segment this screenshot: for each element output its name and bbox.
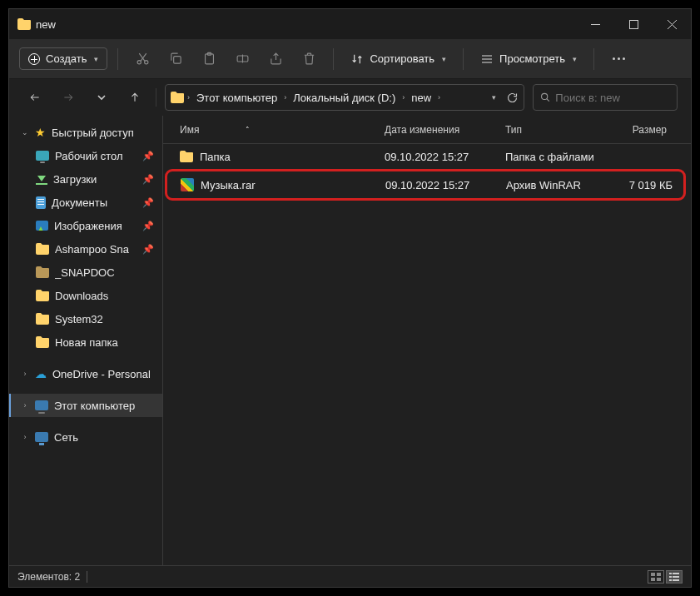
close-button[interactable]	[653, 9, 691, 39]
share-button[interactable]	[261, 45, 290, 73]
separator	[117, 48, 118, 70]
paste-button[interactable]	[195, 45, 223, 73]
file-date: 09.10.2022 15:27	[378, 151, 499, 163]
view-details-button[interactable]	[666, 570, 683, 584]
sidebar-item-new-folder[interactable]: Новая папка	[9, 330, 162, 354]
sidebar-onedrive[interactable]: › ☁ OneDrive - Personal	[9, 362, 162, 385]
svg-rect-14	[669, 576, 672, 578]
sidebar-quick-access[interactable]: ⌄ ★ Быстрый доступ	[9, 121, 162, 144]
document-icon	[36, 196, 46, 209]
chevron-down-icon[interactable]: ▾	[492, 93, 496, 102]
maximize-button[interactable]	[614, 9, 653, 39]
column-size[interactable]: Размер	[610, 124, 673, 136]
address-bar[interactable]: › Этот компьютер › Локальный диск (D:) ›…	[165, 84, 524, 111]
sort-asc-icon: ˄	[246, 126, 250, 134]
svg-point-7	[542, 93, 548, 99]
svg-rect-12	[669, 573, 672, 574]
svg-rect-3	[174, 57, 181, 64]
column-date[interactable]: Дата изменения	[378, 124, 499, 136]
sidebar-item-snapdoc[interactable]: _SNAPDOC	[9, 261, 162, 284]
body: ⌄ ★ Быстрый доступ Рабочий стол 📌 Загруз…	[9, 116, 691, 565]
view-button[interactable]: Просмотреть ▾	[474, 49, 583, 69]
pc-icon	[35, 400, 48, 410]
window-controls	[576, 9, 691, 39]
file-size: 7 019 КБ	[611, 179, 674, 191]
file-type: Папка с файлами	[499, 151, 610, 163]
minimize-button[interactable]	[576, 9, 614, 39]
search-box[interactable]	[533, 84, 678, 111]
view-label: Просмотреть	[499, 52, 565, 65]
file-row-folder[interactable]: Папка 09.10.2022 15:27 Папка с файлами	[163, 144, 691, 169]
address-row: › Этот компьютер › Локальный диск (D:) ›…	[9, 79, 691, 116]
svg-point-1	[137, 61, 141, 64]
search-input[interactable]	[555, 92, 670, 104]
folder-icon	[36, 336, 49, 348]
sidebar-item-downloads[interactable]: Загрузки 📌	[9, 167, 162, 191]
rename-button[interactable]	[228, 45, 256, 73]
separator	[593, 48, 594, 70]
breadcrumb-this-pc[interactable]: Этот компьютер	[193, 90, 280, 106]
svg-point-2	[145, 61, 148, 64]
column-type[interactable]: Тип	[499, 124, 610, 136]
sidebar-item-downloads-2[interactable]: Downloads	[9, 284, 162, 307]
separator	[463, 48, 464, 70]
chevron-right-icon[interactable]: ›	[187, 93, 190, 102]
back-button[interactable]	[22, 85, 47, 110]
sidebar-item-pictures[interactable]: Изображения 📌	[9, 214, 162, 237]
chevron-right-icon[interactable]: ›	[402, 93, 405, 102]
plus-icon	[28, 53, 40, 65]
sort-button[interactable]: Сортировать ▾	[344, 49, 453, 69]
up-button[interactable]	[122, 85, 147, 110]
forward-button[interactable]	[56, 85, 81, 110]
column-header: Имя ˄ Дата изменения Тип Размер	[163, 116, 691, 144]
view-thumbnails-button[interactable]	[648, 570, 664, 584]
chevron-right-icon[interactable]: ›	[21, 433, 29, 441]
file-date: 09.10.2022 15:27	[379, 179, 499, 191]
sidebar-item-documents[interactable]: Документы 📌	[9, 191, 162, 214]
chevron-down-icon[interactable]: ⌄	[21, 128, 29, 137]
file-type: Архив WinRAR	[499, 179, 611, 191]
breadcrumb-drive[interactable]: Локальный диск (D:)	[290, 90, 399, 106]
file-rows: Папка 09.10.2022 15:27 Папка с файлами М…	[163, 144, 691, 565]
svg-rect-13	[673, 573, 679, 574]
cut-button[interactable]	[128, 45, 156, 73]
sidebar-item-system32[interactable]: System32	[9, 307, 162, 330]
create-button[interactable]: Создать ▾	[19, 47, 107, 70]
svg-rect-11	[657, 578, 661, 581]
pin-icon: 📌	[142, 151, 157, 161]
star-icon: ★	[35, 126, 46, 139]
status-elements: Элементов: 2	[17, 571, 80, 583]
statusbar: Элементов: 2	[9, 565, 691, 587]
delete-button[interactable]	[295, 45, 323, 73]
toolbar: Создать ▾ Сортировать ▾ Просмотреть ▾	[9, 39, 691, 79]
file-name: Папка	[200, 151, 231, 163]
refresh-button[interactable]	[506, 92, 519, 104]
folder-icon	[180, 151, 193, 162]
svg-rect-8	[651, 573, 655, 576]
pin-icon: 📌	[142, 244, 157, 255]
folder-icon	[36, 243, 49, 255]
chevron-right-icon[interactable]: ›	[438, 93, 440, 102]
file-row-rar[interactable]: Музыка.rar 09.10.2022 15:27 Архив WinRAR…	[165, 169, 686, 201]
chevron-right-icon[interactable]: ›	[284, 93, 286, 102]
folder-icon	[171, 92, 184, 103]
sidebar-item-desktop[interactable]: Рабочий стол 📌	[9, 144, 162, 167]
more-button[interactable]	[608, 54, 630, 63]
svg-rect-10	[651, 578, 655, 581]
rar-icon	[181, 178, 194, 191]
chevron-down-icon: ▾	[94, 55, 98, 63]
sidebar-network[interactable]: › Сеть	[9, 425, 162, 449]
image-icon	[36, 221, 48, 231]
column-name[interactable]: Имя ˄	[173, 124, 378, 136]
sidebar-item-ashampoo[interactable]: Ashampoo Sna 📌	[9, 237, 162, 261]
recent-button[interactable]	[89, 85, 114, 110]
breadcrumb-folder[interactable]: new	[408, 90, 434, 106]
chevron-down-icon: ▾	[573, 55, 577, 63]
chevron-right-icon[interactable]: ›	[21, 370, 29, 378]
svg-rect-9	[657, 573, 661, 576]
separator	[333, 48, 334, 70]
sidebar-this-pc[interactable]: › Этот компьютер	[9, 394, 162, 417]
chevron-right-icon[interactable]: ›	[21, 401, 29, 410]
copy-button[interactable]	[161, 45, 190, 73]
pin-icon: 📌	[142, 197, 157, 208]
